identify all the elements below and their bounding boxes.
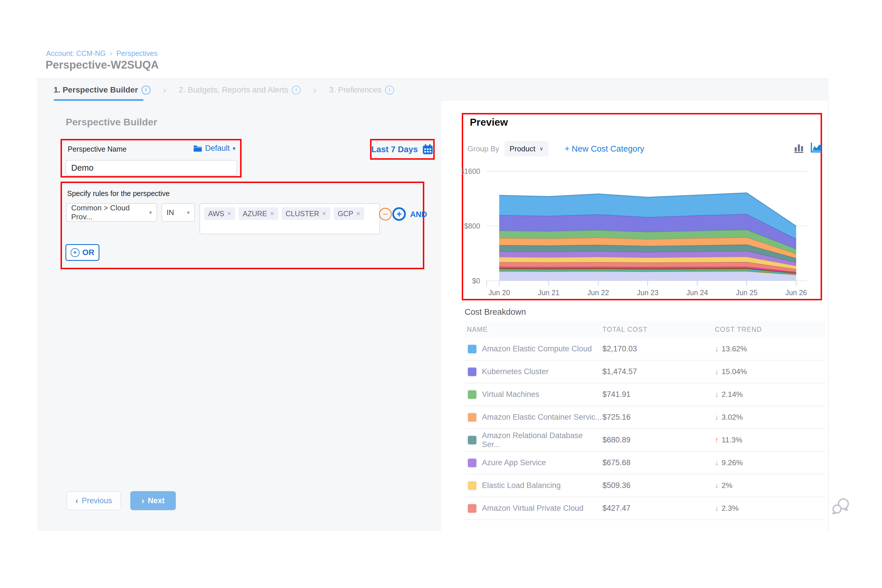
- tab-label: 3. Preferences: [329, 86, 382, 94]
- plus-icon: +: [396, 208, 402, 219]
- row-name[interactable]: Amazon Relational Database Ser...: [482, 431, 602, 449]
- previous-button[interactable]: ‹ Previous: [66, 491, 121, 510]
- remove-rule-button[interactable]: −: [379, 208, 392, 220]
- row-total-cost: $1,474.57: [602, 367, 715, 376]
- row-trend-value: 15.04%: [722, 367, 747, 376]
- svg-text:$1600: $1600: [462, 167, 480, 175]
- trend-arrow-icon: ↓: [715, 413, 719, 422]
- rule-operator-value: IN: [166, 208, 174, 217]
- folder-caret-icon: ▾: [232, 145, 236, 152]
- rule-field-value: Common > Cloud Prov...: [71, 204, 146, 221]
- plus-circle-icon: +: [70, 248, 80, 257]
- row-total-cost: $725.16: [602, 413, 715, 422]
- row-name[interactable]: Amazon Elastic Compute Cloud: [482, 345, 592, 353]
- row-trend-value: 9.26%: [722, 458, 743, 467]
- tab-1[interactable]: 1. Perspective Builder i: [54, 86, 150, 94]
- series-color-swatch: [467, 389, 477, 400]
- tab-3[interactable]: 3. Preferences i: [329, 86, 394, 94]
- row-trend-value: 2.3%: [722, 504, 739, 513]
- rule-values-input[interactable]: AWS × AZURE × CLUSTER × GCP ×: [200, 203, 380, 234]
- row-name[interactable]: Azure App Service: [482, 458, 546, 467]
- preview-heading: Preview: [470, 117, 508, 128]
- trend-arrow-icon: ↑: [715, 435, 719, 444]
- page-title: Perspective-W2SUQA: [45, 59, 159, 71]
- table-row: Virtual Machines $741.91 ↓ 2.14%: [465, 383, 825, 406]
- column-header-name: NAME: [465, 326, 602, 333]
- row-name[interactable]: Kubernetes Cluster: [482, 367, 549, 376]
- row-total-cost: $427.47: [602, 504, 715, 513]
- previous-button-label: Previous: [82, 496, 112, 505]
- tabbar: 1. Perspective Builder i › 2. Budgets, R…: [54, 79, 394, 101]
- svg-text:Jun 26: Jun 26: [786, 288, 807, 297]
- minus-icon: −: [383, 209, 388, 220]
- chevron-left-icon: ‹: [75, 496, 78, 506]
- rule-value-chip[interactable]: GCP ×: [334, 207, 364, 220]
- cost-breakdown-table: NAME TOTAL COST COST TREND Amazon Elasti…: [465, 321, 825, 520]
- series-color-swatch: [467, 435, 477, 446]
- row-trend-value: 13.62%: [722, 345, 747, 353]
- tab-separator-icon: ›: [163, 85, 166, 95]
- svg-text:Jun 22: Jun 22: [587, 288, 609, 297]
- rule-value-chip[interactable]: CLUSTER ×: [282, 207, 330, 220]
- next-button-label: Next: [148, 496, 165, 505]
- breadcrumb-perspectives-link[interactable]: Perspectives: [117, 49, 158, 58]
- rule-operator-caret-icon: ▾: [187, 209, 190, 216]
- row-trend-value: 2%: [722, 481, 733, 490]
- stacked-area-chart[interactable]: $0$800$1600Jun 20Jun 21Jun 22Jun 23Jun 2…: [462, 142, 822, 300]
- row-total-cost: $675.68: [602, 458, 715, 467]
- or-button[interactable]: + OR: [65, 244, 99, 261]
- trend-arrow-icon: ↓: [715, 504, 719, 513]
- chevron-right-icon: ›: [141, 496, 144, 506]
- series-color-swatch: [467, 480, 477, 491]
- row-trend-value: 2.14%: [722, 390, 743, 399]
- perspective-name-input[interactable]: [65, 160, 237, 176]
- table-row: Amazon Relational Database Ser... $680.8…: [465, 429, 825, 452]
- chip-close-icon[interactable]: ×: [270, 210, 274, 218]
- info-icon: i: [141, 86, 150, 94]
- row-total-cost: $680.89: [602, 435, 715, 444]
- row-name[interactable]: Amazon Elastic Container Servic...: [482, 413, 602, 422]
- rule-value-chip[interactable]: AZURE ×: [238, 207, 278, 220]
- series-color-swatch: [467, 367, 477, 377]
- info-icon: i: [292, 86, 301, 94]
- rule-field-dropdown[interactable]: Common > Cloud Prov... ▾: [66, 203, 157, 222]
- tab-separator-icon: ›: [313, 85, 316, 95]
- help-chat-icon[interactable]: [831, 496, 851, 516]
- chip-close-icon[interactable]: ×: [356, 210, 360, 218]
- tab-label: 2. Budgets, Reports and Alerts: [179, 86, 288, 94]
- active-tab-underline: [54, 99, 144, 101]
- chip-label: CLUSTER: [286, 210, 320, 218]
- svg-text:$800: $800: [464, 222, 480, 230]
- table-row: Azure App Service $675.68 ↓ 9.26%: [465, 452, 825, 474]
- table-row: Elastic Load Balancing $509.36 ↓ 2%: [465, 474, 825, 497]
- series-color-swatch: [467, 503, 477, 514]
- tab-2[interactable]: 2. Budgets, Reports and Alerts i: [179, 86, 301, 94]
- add-rule-button[interactable]: +: [392, 207, 406, 221]
- date-range-label: Last 7 Days: [371, 145, 418, 154]
- folder-selector[interactable]: Default ▾: [194, 144, 236, 153]
- rule-operator-dropdown[interactable]: IN ▾: [161, 203, 195, 222]
- svg-text:Jun 20: Jun 20: [488, 288, 510, 297]
- breadcrumb-separator-icon: ›: [110, 49, 112, 58]
- row-total-cost: $741.91: [602, 390, 715, 399]
- svg-text:Jun 23: Jun 23: [637, 288, 658, 297]
- trend-arrow-icon: ↓: [715, 367, 719, 376]
- row-name[interactable]: Virtual Machines: [482, 390, 539, 399]
- series-color-swatch: [467, 458, 477, 468]
- breadcrumb-account-link[interactable]: Account: CCM-NG: [46, 49, 106, 58]
- row-name[interactable]: Amazon Virtual Private Cloud: [482, 504, 584, 513]
- chip-close-icon[interactable]: ×: [322, 210, 326, 218]
- row-total-cost: $2,170.03: [602, 345, 715, 353]
- chip-close-icon[interactable]: ×: [227, 210, 231, 218]
- row-total-cost: $509.36: [602, 481, 715, 490]
- next-button[interactable]: › Next: [130, 491, 176, 510]
- date-range-picker[interactable]: Last 7 Days: [370, 139, 435, 160]
- table-row: Amazon Virtual Private Cloud $427.47 ↓ 2…: [465, 497, 825, 520]
- cost-breakdown-header-row: NAME TOTAL COST COST TREND: [465, 321, 825, 338]
- svg-text:Jun 24: Jun 24: [686, 288, 708, 297]
- row-trend-value: 11.3%: [722, 435, 742, 444]
- breadcrumb: Account: CCM-NG › Perspectives: [46, 49, 158, 58]
- rule-value-chip[interactable]: AWS ×: [204, 207, 235, 220]
- row-name[interactable]: Elastic Load Balancing: [482, 481, 561, 490]
- or-button-label: OR: [82, 248, 94, 257]
